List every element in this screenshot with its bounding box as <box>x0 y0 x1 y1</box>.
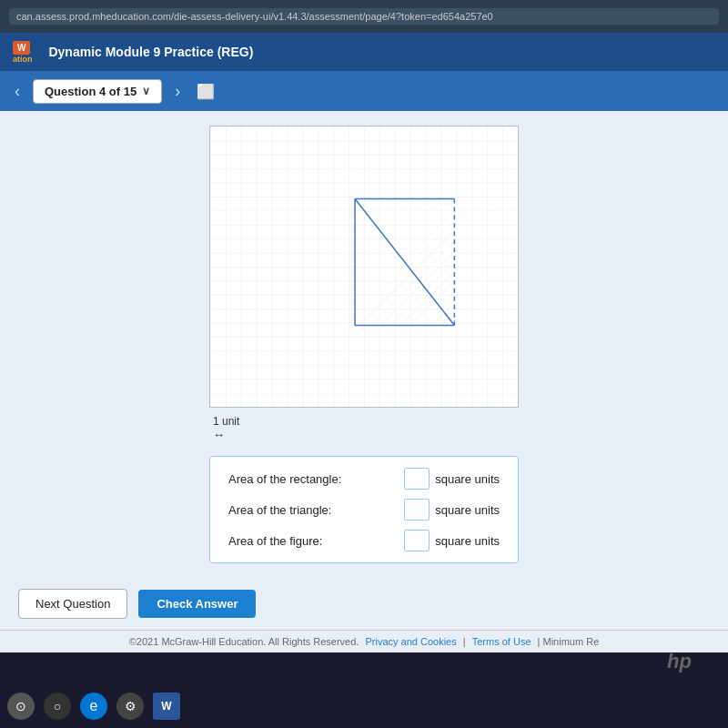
back-button[interactable]: ‹ <box>9 80 25 103</box>
check-answer-button[interactable]: Check Answer <box>138 590 256 618</box>
edge-icon[interactable]: e <box>80 693 107 720</box>
privacy-link[interactable]: Privacy and Cookies <box>365 636 456 647</box>
hp-logo: hp <box>667 650 692 673</box>
triangle-input-group: square units <box>404 499 500 521</box>
graph-svg <box>210 126 518 407</box>
search-taskbar-icon[interactable]: ⊙ <box>7 693 35 720</box>
bookmark-icon[interactable]: ⬜ <box>197 83 215 100</box>
next-question-button[interactable]: Next Question <box>18 589 127 619</box>
answer-table: Area of the rectangle: square units Area… <box>209 456 519 563</box>
svg-rect-1 <box>210 126 518 407</box>
page-title: Dynamic Module 9 Practice (REG) <box>48 45 253 59</box>
app-logo-sub: ation <box>13 55 39 64</box>
app-logo-w: W <box>13 41 30 55</box>
rectangle-input-group: square units <box>404 468 500 490</box>
minimum-text: Minimum Re <box>543 636 600 647</box>
question-label: Question 4 of 15 <box>45 85 136 98</box>
rectangle-label: Area of the rectangle: <box>228 472 341 486</box>
question-selector[interactable]: Question 4 of 15 ∨ <box>33 79 162 104</box>
triangle-unit: square units <box>435 503 500 517</box>
footer: ©2021 McGraw-Hill Education. All Rights … <box>0 630 728 652</box>
settings-icon[interactable]: ⚙ <box>116 693 144 720</box>
nav-bar: ‹ Question 4 of 15 ∨ › ⬜ <box>0 71 728 111</box>
cortana-icon[interactable]: ○ <box>44 693 71 720</box>
copyright-text: ©2021 McGraw-Hill Education. All Rights … <box>129 636 359 647</box>
rectangle-input[interactable] <box>404 468 430 490</box>
url-bar[interactable]: can.assess.prod.mheducation.com/die-asse… <box>9 8 719 25</box>
figure-label: Area of the figure: <box>228 534 322 548</box>
triangle-input[interactable] <box>404 499 430 521</box>
graph-container <box>209 126 519 408</box>
rectangle-row: Area of the rectangle: square units <box>228 468 500 490</box>
figure-unit: square units <box>435 534 500 548</box>
bottom-bar: Next Question Check Answer <box>0 578 728 630</box>
unit-label: 1 unit ↔ <box>209 415 519 441</box>
main-content: 1 unit ↔ Area of the rectangle: square u… <box>0 111 728 578</box>
app-header: W ation Dynamic Module 9 Practice (REG) <box>0 33 728 71</box>
browser-bar: can.assess.prod.mheducation.com/die-asse… <box>0 0 728 33</box>
next-button[interactable]: › <box>169 80 186 103</box>
figure-input-group: square units <box>404 530 500 551</box>
taskbar: ⊙ ○ e ⚙ W <box>0 684 728 728</box>
chevron-down-icon: ∨ <box>142 85 150 97</box>
figure-row: Area of the figure: square units <box>228 530 500 551</box>
unit-arrow-icon: ↔ <box>213 428 225 441</box>
terms-link[interactable]: Terms of Use <box>472 636 531 647</box>
triangle-label: Area of the triangle: <box>228 503 331 517</box>
rectangle-unit: square units <box>435 472 500 486</box>
word-icon[interactable]: W <box>153 693 180 720</box>
triangle-row: Area of the triangle: square units <box>228 499 500 521</box>
figure-input[interactable] <box>404 530 430 551</box>
